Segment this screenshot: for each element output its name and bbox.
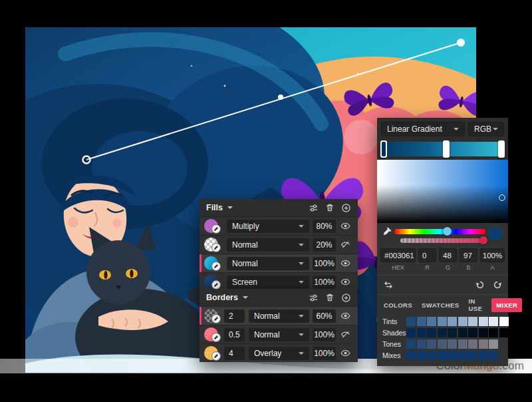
- gradient-bar[interactable]: [381, 142, 504, 156]
- mixer-swatch[interactable]: [406, 351, 416, 360]
- mixer-swatch[interactable]: [438, 339, 447, 349]
- mixer-swatch[interactable]: [458, 339, 467, 349]
- mixer-swatch[interactable]: [479, 328, 488, 337]
- mixer-swatch[interactable]: [427, 339, 436, 349]
- mixer-swatch[interactable]: [448, 351, 457, 360]
- mixer-swatch[interactable]: [406, 328, 416, 337]
- blue-field[interactable]: 97: [460, 248, 477, 262]
- mixer-swatch[interactable]: [438, 317, 447, 326]
- border-width-field[interactable]: 2: [224, 309, 245, 323]
- gradient-mid-handle[interactable]: [278, 95, 283, 100]
- chevron-down-icon[interactable]: [243, 296, 248, 299]
- trash-icon[interactable]: [325, 293, 334, 302]
- tune-icon[interactable]: [309, 203, 319, 213]
- mixer-swatch[interactable]: [489, 317, 498, 326]
- border-row[interactable]: 4 Overlay 100%: [200, 344, 358, 362]
- visibility-eye-icon[interactable]: [337, 221, 353, 231]
- red-field[interactable]: 0: [418, 248, 436, 262]
- mixer-swatch[interactable]: [479, 339, 488, 349]
- visibility-eye-icon[interactable]: [337, 258, 353, 268]
- color-model-select[interactable]: RGB: [468, 122, 504, 136]
- blend-mode-select[interactable]: Overlay: [249, 347, 309, 360]
- tab-in-use[interactable]: IN USE: [468, 298, 482, 312]
- opacity-field[interactable]: 100%: [313, 328, 336, 341]
- fill-row[interactable]: Multiply 80%: [200, 217, 358, 235]
- alpha-field[interactable]: 100%: [480, 248, 505, 262]
- mixer-swatch[interactable]: [438, 351, 447, 360]
- mixer-swatch[interactable]: [427, 317, 436, 326]
- mixer-swatch[interactable]: [406, 339, 416, 349]
- blend-mode-select[interactable]: Normal: [227, 257, 309, 270]
- border-swatch[interactable]: [204, 307, 223, 324]
- color-field-cursor[interactable]: [499, 194, 505, 201]
- opacity-field[interactable]: 100%: [313, 257, 336, 270]
- fill-swatch[interactable]: [204, 236, 223, 253]
- gradient-stop[interactable]: [498, 140, 505, 158]
- mixer-swatch[interactable]: [417, 328, 426, 337]
- swap-colors-icon[interactable]: [383, 280, 394, 290]
- saturation-value-field[interactable]: [377, 160, 508, 223]
- hue-slider-handle[interactable]: [443, 227, 452, 236]
- trash-icon[interactable]: [325, 203, 334, 212]
- mixer-swatch[interactable]: [417, 317, 426, 326]
- mixer-swatch[interactable]: [499, 328, 509, 337]
- redo-icon[interactable]: [493, 280, 502, 290]
- visibility-eye-icon[interactable]: [337, 277, 353, 287]
- blend-mode-select[interactable]: Normal: [249, 309, 309, 323]
- gradient-stop-selected[interactable]: [380, 140, 387, 158]
- green-field[interactable]: 48: [439, 248, 457, 262]
- mixer-swatch[interactable]: [458, 351, 467, 360]
- border-swatch[interactable]: [204, 326, 223, 343]
- fill-swatch[interactable]: [204, 218, 223, 234]
- visibility-eye-icon[interactable]: [337, 311, 353, 321]
- opacity-field[interactable]: 60%: [313, 309, 336, 323]
- blend-mode-select[interactable]: Screen: [227, 276, 309, 289]
- blend-mode-select[interactable]: Normal: [227, 238, 309, 252]
- alpha-slider-handle[interactable]: [479, 236, 487, 244]
- chevron-down-icon[interactable]: [227, 206, 233, 209]
- gradient-stop[interactable]: [443, 140, 450, 158]
- mixer-swatch[interactable]: [489, 328, 498, 337]
- mixer-swatch[interactable]: [468, 339, 477, 349]
- mixer-swatch[interactable]: [468, 317, 477, 326]
- border-swatch[interactable]: [204, 345, 223, 361]
- mixer-swatch[interactable]: [479, 351, 488, 360]
- mixer-swatch[interactable]: [479, 317, 488, 326]
- mixer-swatch[interactable]: [448, 339, 457, 349]
- border-row[interactable]: 0.5 Normal 100%: [200, 325, 358, 343]
- mixer-swatch[interactable]: [458, 317, 467, 326]
- mixer-swatch[interactable]: [448, 317, 457, 326]
- border-row-selected[interactable]: 2 Normal 60%: [200, 307, 358, 325]
- undo-icon[interactable]: [475, 280, 485, 290]
- mixer-swatch[interactable]: [406, 317, 416, 326]
- fill-swatch[interactable]: [204, 255, 223, 272]
- border-width-field[interactable]: 0.5: [224, 328, 245, 341]
- opacity-field[interactable]: 100%: [313, 347, 336, 360]
- opacity-field[interactable]: 80%: [313, 220, 336, 233]
- add-border-icon[interactable]: [341, 293, 351, 303]
- mixer-swatch[interactable]: [489, 339, 498, 349]
- mixer-swatch[interactable]: [417, 339, 426, 349]
- blend-mode-select[interactable]: Normal: [249, 328, 309, 341]
- mixer-swatch[interactable]: [417, 351, 426, 360]
- fill-row-selected[interactable]: Normal 100%: [200, 254, 358, 272]
- mixer-swatch[interactable]: [489, 351, 498, 360]
- visibility-eye-off-icon[interactable]: [337, 240, 353, 250]
- mixer-swatch[interactable]: [458, 328, 467, 337]
- gradient-start-handle[interactable]: [83, 156, 90, 164]
- mixer-swatch[interactable]: [448, 328, 457, 337]
- visibility-eye-off-icon[interactable]: [337, 329, 353, 339]
- visibility-eye-icon[interactable]: [337, 348, 353, 358]
- eyedropper-icon[interactable]: [382, 227, 392, 236]
- gradient-type-select[interactable]: Linear Gradient: [381, 122, 465, 136]
- hex-field[interactable]: #003061: [380, 248, 416, 262]
- mixer-swatch[interactable]: [468, 328, 477, 337]
- opacity-field[interactable]: 20%: [313, 238, 336, 252]
- tune-icon[interactable]: [309, 293, 319, 303]
- mixer-swatch[interactable]: [438, 328, 447, 337]
- opacity-field[interactable]: 100%: [313, 276, 336, 289]
- fill-row[interactable]: Normal 20%: [200, 236, 358, 254]
- mixer-swatch[interactable]: [499, 317, 509, 326]
- blend-mode-select[interactable]: Multiply: [227, 220, 309, 233]
- mixer-swatch[interactable]: [468, 351, 477, 360]
